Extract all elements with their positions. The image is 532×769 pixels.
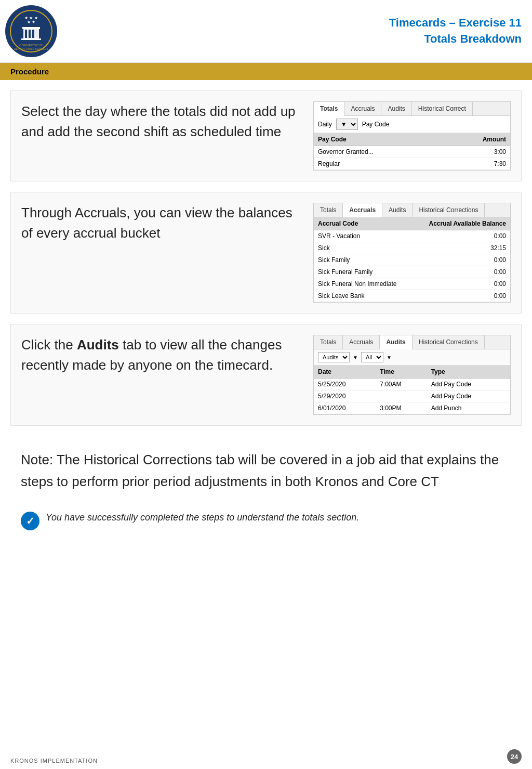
tab-accruals-s2[interactable]: Accruals [343, 203, 382, 217]
table-row: Sick Family 0:00 [314, 254, 510, 266]
footer-page: 24 [507, 749, 522, 764]
balance-cell: 0:00 [413, 290, 510, 302]
success-section: You have successfully completed the step… [10, 505, 522, 541]
accrual-code-cell: SVR - Vacation [314, 230, 413, 242]
logo-circle: ★ ★ ★ ★ ★ CONNECTICUT DEPT OF ADMIN SERV… [5, 5, 57, 57]
svg-rect-5 [22, 27, 40, 29]
accrual-code-cell: Sick Funeral Non Immediate [314, 278, 413, 290]
success-text: You have successfully completed the step… [46, 511, 359, 525]
tab-audits-s3[interactable]: Audits [380, 335, 412, 349]
table-row: Sick Leave Bank 0:00 [314, 290, 510, 302]
svg-rect-9 [32, 30, 34, 38]
tab-totals-s1[interactable]: Totals [314, 102, 344, 116]
paycode-label: Pay Code [362, 121, 390, 128]
type-cell: Add Pay Code [427, 390, 510, 402]
accrual-code-cell: Sick Funeral Family [314, 266, 413, 278]
section1-text: Select the day where the totals did not … [21, 101, 303, 142]
table-row: 5/25/2020 7:00AM Add Pay Code [314, 379, 510, 390]
col-balance: Accrual Available Balance [413, 217, 510, 230]
section2-table: Accrual Code Accrual Available Balance S… [314, 217, 510, 302]
page-header: ★ ★ ★ ★ ★ CONNECTICUT DEPT OF ADMIN SERV… [0, 0, 532, 63]
table-row: Sick Funeral Non Immediate 0:00 [314, 278, 510, 290]
section3-widget: Totals Accruals Audits Historical Correc… [313, 335, 511, 415]
section3-tabs: Totals Accruals Audits Historical Correc… [314, 335, 510, 349]
paycode-cell: Regular [314, 158, 445, 170]
daily-label: Daily [318, 121, 332, 128]
table-row: Sick 32:15 [314, 242, 510, 254]
accrual-code-cell: Sick Leave Bank [314, 290, 413, 302]
note-section: Note: The Historical Corrections tab wil… [10, 436, 522, 505]
tab-historical-s1[interactable]: Historical Correct [412, 102, 473, 115]
audits-type-dropdown[interactable]: Audits [318, 352, 350, 362]
audits-dropdown-row: Audits ▼ All ▼ [314, 349, 510, 366]
svg-text:DEPT OF ADMIN SERVICES: DEPT OF ADMIN SERVICES [14, 48, 48, 50]
dropdown-arrow2: ▼ [387, 355, 392, 360]
time-cell: 7:00AM [376, 379, 427, 390]
table-row: 5/29/2020 Add Pay Code [314, 390, 510, 402]
section2-tabs: Totals Accruals Audits Historical Correc… [314, 203, 510, 217]
success-icon [21, 512, 39, 530]
audits-filter-dropdown[interactable]: All [361, 352, 383, 362]
section1-tabs: Totals Accruals Audits Historical Correc… [314, 102, 510, 116]
section1-widget: Totals Accruals Audits Historical Correc… [313, 101, 511, 171]
procedure-bar: Procedure [0, 63, 532, 80]
page-title: Timecards – Exercise 11 Totals Breakdown [68, 15, 522, 47]
tab-historical-s2[interactable]: Historical Corrections [413, 203, 485, 217]
section1-block: Select the day where the totals did not … [10, 90, 522, 181]
section1-table: Pay Code Amount Governor Granted... 3:00… [314, 133, 510, 170]
paycode-cell: Governor Granted... [314, 146, 445, 158]
balance-cell: 32:15 [413, 242, 510, 254]
svg-rect-8 [29, 30, 31, 38]
accrual-code-cell: Sick Family [314, 254, 413, 266]
tab-totals-s2[interactable]: Totals [314, 203, 343, 217]
table-row: Sick Funeral Family 0:00 [314, 266, 510, 278]
type-cell: Add Punch [427, 402, 510, 414]
svg-rect-6 [21, 38, 41, 40]
svg-text:CONNECTICUT: CONNECTICUT [19, 44, 43, 47]
col-type: Type [427, 366, 510, 379]
section2-text: Through Accruals, you can view the balan… [21, 203, 303, 243]
tab-totals-s3[interactable]: Totals [314, 335, 343, 349]
time-cell: 3:00PM [376, 402, 427, 414]
daily-dropdown[interactable]: ▼ [336, 119, 358, 130]
col-time: Time [376, 366, 427, 379]
section1-dropdown-row: Daily ▼ Pay Code [314, 116, 510, 133]
footer-company: KRONOS IMPLEMENTATION [10, 758, 98, 764]
section2-block: Through Accruals, you can view the balan… [10, 192, 522, 314]
footer: KRONOS IMPLEMENTATION 24 [10, 749, 522, 764]
header-title-area: Timecards – Exercise 11 Totals Breakdown [68, 15, 522, 47]
balance-cell: 0:00 [413, 254, 510, 266]
date-cell: 5/25/2020 [314, 379, 376, 390]
text-bold: Audits [77, 337, 119, 353]
col-amount: Amount [445, 133, 510, 146]
section2-widget: Totals Accruals Audits Historical Correc… [313, 203, 511, 303]
main-content: Select the day where the totals did not … [0, 80, 532, 551]
dropdown-arrow: ▼ [353, 355, 358, 360]
tab-audits-s1[interactable]: Audits [381, 102, 411, 115]
tab-historical-s3[interactable]: Historical Corrections [413, 335, 485, 349]
section3-text: Click the Audits tab to view all the cha… [21, 335, 303, 375]
balance-cell: 0:00 [413, 266, 510, 278]
balance-cell: 0:00 [413, 230, 510, 242]
section3-table: Date Time Type 5/25/2020 7:00AM Add Pay … [314, 366, 510, 414]
svg-text:★ ★: ★ ★ [27, 20, 35, 24]
balance-cell: 0:00 [413, 278, 510, 290]
tab-accruals-s3[interactable]: Accruals [343, 335, 380, 349]
time-cell [376, 390, 427, 402]
logo-container: ★ ★ ★ ★ ★ CONNECTICUT DEPT OF ADMIN SERV… [5, 5, 57, 57]
date-cell: 5/29/2020 [314, 390, 376, 402]
col-paycode: Pay Code [314, 133, 445, 146]
note-text: Note: The Historical Corrections tab wil… [21, 452, 499, 489]
tab-accruals-s1[interactable]: Accruals [344, 102, 381, 115]
svg-rect-7 [25, 30, 27, 38]
table-row: 6/01/2020 3:00PM Add Punch [314, 402, 510, 414]
section3-block: Click the Audits tab to view all the cha… [10, 324, 522, 426]
table-row: SVR - Vacation 0:00 [314, 230, 510, 242]
accrual-code-cell: Sick [314, 242, 413, 254]
logo-svg: ★ ★ ★ ★ ★ CONNECTICUT DEPT OF ADMIN SERV… [8, 8, 55, 55]
tab-audits-s2[interactable]: Audits [382, 203, 413, 217]
text-before-bold: Click the [21, 337, 77, 353]
table-row: Governor Granted... 3:00 [314, 146, 510, 158]
date-cell: 6/01/2020 [314, 402, 376, 414]
amount-cell: 7:30 [445, 158, 510, 170]
